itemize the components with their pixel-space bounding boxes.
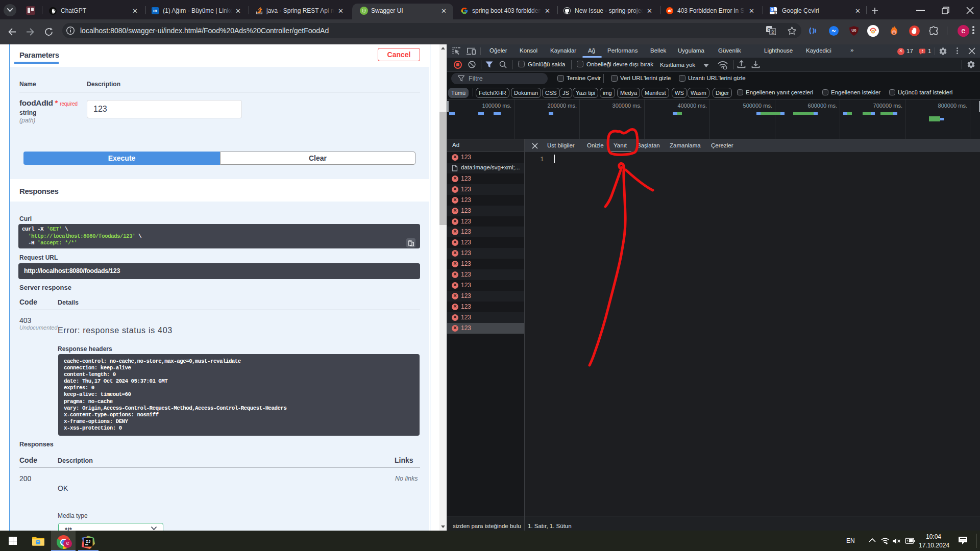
svg-text:IJ: IJ [86, 539, 91, 544]
svg-text:U0: U0 [851, 28, 856, 33]
svg-text:文: 文 [771, 30, 775, 35]
